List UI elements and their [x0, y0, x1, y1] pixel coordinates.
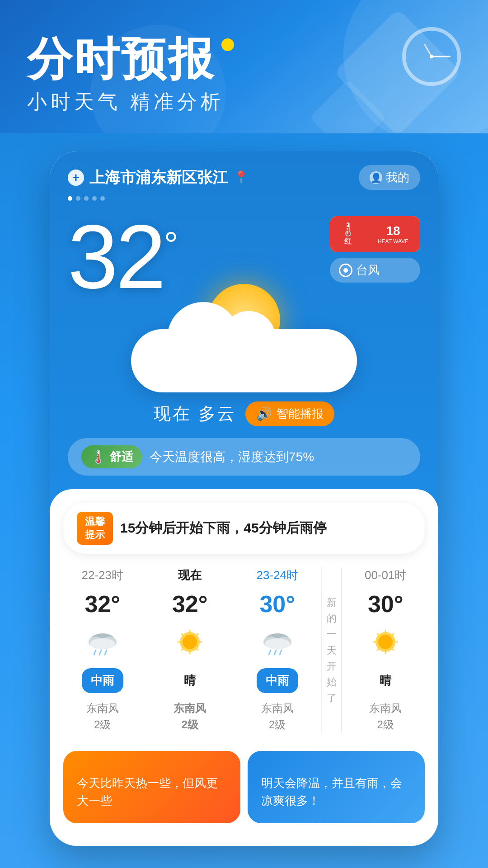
hour-col-3: 23-24时 30°: [234, 567, 321, 733]
cloud-icon: [131, 329, 357, 392]
wind-info-3: 东南风2级: [261, 700, 294, 733]
hour-label-3: 23-24时: [257, 567, 299, 583]
page-title: 分时预报: [27, 36, 461, 81]
typhoon-label: 台风: [356, 262, 380, 278]
clock-face: [406, 31, 457, 82]
weather-badges: 🌡️ 红 18 HEAT WAVE 台风: [330, 212, 420, 283]
alert-badge-line2: 提示: [82, 528, 108, 542]
svg-line-5: [99, 650, 101, 655]
wind-info-2: 东南风2级: [174, 700, 206, 733]
broadcast-button[interactable]: 🔊 智能播报: [245, 401, 334, 426]
heat-wave-badge[interactable]: 🌡️ 红 18 HEAT WAVE: [330, 216, 420, 252]
hour-temp-5: 30°: [368, 590, 404, 618]
heat-badge-label: HEAT WAVE: [378, 238, 408, 245]
comfort-text: 今天温度很高，湿度达到75%: [150, 448, 407, 466]
current-weather-label: 现在 多云: [154, 402, 236, 425]
house-thermometer-icon: 🌡️: [340, 222, 356, 237]
hour-icon-5: [367, 625, 404, 661]
bottom-banners: 今天比昨天热一些，但风更大一些 明天会降温，并且有雨，会凉爽很多！: [50, 742, 438, 832]
page-dots: [50, 194, 438, 203]
hour-temp-3: 30°: [259, 590, 295, 618]
weather-condition-3: 中雨: [257, 668, 298, 693]
my-button[interactable]: 👤 我的: [359, 165, 420, 190]
clock-icon: [402, 27, 461, 86]
hour-icon-1: [84, 625, 121, 661]
hour-label-1: 22-23时: [82, 567, 124, 583]
dot-1: [68, 196, 72, 201]
svg-line-21: [269, 650, 271, 655]
phone-mockup: + 上海市浦东新区张江 📍 👤 我的 32°: [50, 151, 438, 846]
banner-cool-text: 明天会降温，并且有雨，会凉爽很多！: [261, 774, 411, 810]
wind-info-5: 东南风2级: [369, 700, 402, 733]
clock-center-dot: [430, 55, 433, 58]
typhoon-icon: [339, 264, 352, 277]
title-dot: [221, 38, 234, 51]
heat-badge-red-label: 红: [344, 237, 352, 246]
hour-icon-3: [259, 625, 296, 661]
phone-topbar: + 上海市浦东新区张江 📍 👤 我的: [50, 151, 438, 194]
dot-3: [84, 196, 89, 201]
hour-label-2: 现在: [178, 567, 202, 583]
heat-badge-left: 🌡️ 红: [330, 216, 366, 252]
banner-cool[interactable]: 明天会降温，并且有雨，会凉爽很多！: [248, 751, 425, 823]
broadcast-label: 智能播报: [277, 406, 324, 422]
hour-temp-2: 32°: [172, 590, 208, 618]
svg-line-22: [274, 650, 276, 655]
banner-warm[interactable]: 今天比昨天热一些，但风更大一些: [63, 751, 240, 823]
temp-unit: °: [164, 225, 176, 265]
comfort-label: 舒适: [110, 449, 133, 465]
page-subtitle: 小时天气 精准分析: [27, 89, 461, 115]
thermometer-icon: 🌡️: [90, 449, 106, 464]
phone-wrapper: + 上海市浦东新区张江 📍 👤 我的 32°: [0, 133, 488, 846]
hour-col-2: 现在 32°: [146, 567, 234, 733]
bottom-card: 温馨 提示 15分钟后开始下雨，45分钟后雨停 22-23时 32°: [50, 489, 438, 846]
alert-text: 15分钟后开始下雨，45分钟后雨停: [120, 519, 411, 538]
my-label: 我的: [386, 170, 409, 185]
hour-col-5: 00-01时 30°: [342, 567, 430, 733]
user-icon: 👤: [370, 171, 382, 184]
dot-5: [100, 196, 105, 201]
comfort-bar: 🌡️ 舒适 今天温度很高，湿度达到75%: [68, 438, 420, 476]
speaker-icon: 🔊: [256, 406, 272, 421]
alert-badge-line1: 温馨: [82, 515, 108, 528]
phone-inner: + 上海市浦东新区张江 📍 👤 我的 32°: [50, 151, 438, 846]
heat-badge-right: 18 HEAT WAVE: [366, 216, 420, 252]
typhoon-badge[interactable]: 台风: [330, 258, 420, 283]
weather-condition-2: 晴: [175, 668, 205, 693]
dot-4: [92, 196, 97, 201]
weather-illustration: [50, 284, 438, 392]
svg-line-6: [105, 650, 107, 655]
location-area: + 上海市浦东新区张江 📍: [68, 167, 249, 188]
clock-minute-hand: [432, 56, 450, 57]
hour-temp-1: 32°: [84, 590, 120, 618]
hour-icon-2: [172, 625, 208, 661]
dot-2: [76, 196, 80, 201]
svg-point-20: [265, 638, 290, 649]
location-text: 上海市浦东新区张江: [89, 167, 228, 188]
weather-condition-1: 中雨: [82, 668, 123, 693]
new-day-text: 新的一天开始了: [327, 594, 337, 706]
comfort-badge: 🌡️ 舒适: [81, 445, 142, 468]
hour-col-1: 22-23时 32°: [59, 567, 146, 733]
new-day-divider: 新的一天开始了: [321, 567, 342, 733]
alert-badge: 温馨 提示: [77, 512, 113, 545]
location-pin-icon: 📍: [233, 170, 249, 185]
wind-info-1: 东南风2级: [86, 700, 119, 733]
svg-line-4: [94, 650, 96, 655]
banner-warm-text: 今天比昨天热一些，但风更大一些: [77, 774, 227, 810]
header-section: 分时预报 小时天气 精准分析: [0, 0, 488, 133]
current-weather-row: 现在 多云 🔊 智能播报: [50, 392, 438, 431]
hourly-forecast-grid: 22-23时 32°: [50, 554, 438, 742]
alert-bar: 温馨 提示 15分钟后开始下雨，45分钟后雨停: [63, 503, 425, 554]
svg-line-23: [280, 650, 282, 655]
svg-point-3: [90, 638, 115, 649]
cloud-shape: [131, 329, 357, 392]
weather-condition-5: 晴: [371, 668, 400, 693]
add-location-icon[interactable]: +: [68, 170, 84, 186]
hour-label-5: 00-01时: [365, 567, 407, 583]
heat-badge-number: 18: [386, 224, 400, 238]
